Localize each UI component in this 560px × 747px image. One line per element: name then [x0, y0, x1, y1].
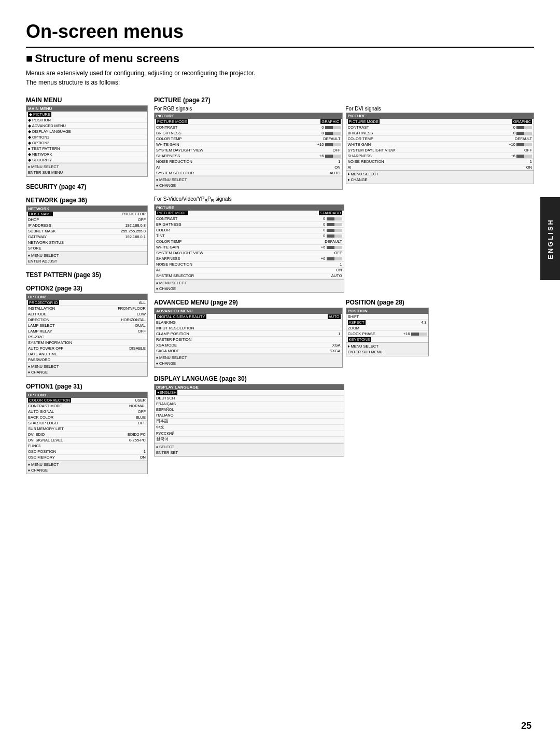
- section-desc: Menus are extensively used for configuri…: [26, 68, 534, 87]
- network-section: NETWORK (page 36) NETWORK HOST NAMEPROJE…: [26, 197, 148, 266]
- test-pattern-label: TEST PATTERN (page 35): [26, 271, 148, 279]
- main-menu-row-option1: ◆ OPTION1: [26, 134, 147, 140]
- option2-row-relay: LAMP RELAYOFF: [26, 328, 147, 334]
- option2-row-sysinfo: SYSTEM INFORMATION: [26, 340, 147, 345]
- network-label: NETWORK (page 36): [26, 197, 148, 204]
- page-title: On-screen menus: [26, 21, 534, 48]
- picture-rgb-footer: ♦ MENU SELECT ♦ CHANGE: [155, 176, 342, 189]
- main-menu-section: MAIN MENU MAIN MENU ◆ PICTURE ◆ POSITION…: [26, 96, 148, 177]
- option2-row-rs232: RS-232C: [26, 334, 147, 340]
- picture-rgb-box: PICTURE PICTURE MODEGRAPHIC CONTRAST0 BR…: [154, 113, 343, 190]
- network-footer: ♦ MENU SELECT ENTER ADJUST: [26, 252, 147, 265]
- picture-dvi-subsection: For DVI signals PICTURE PICTURE MODEGRAP…: [346, 106, 535, 192]
- option1-row-osdpos: OSD POSITION1: [26, 449, 147, 455]
- option2-row-dir: DIRECTIONHORIZONTAL: [26, 317, 147, 323]
- position-footer: ♦ MENU SELECT ENTER SUB MENU: [346, 342, 428, 356]
- option2-label: OPTION2 (page 33): [26, 285, 148, 292]
- option2-row-projid: PROJECTOR IDALL: [26, 300, 147, 306]
- option1-row-dviedid: DVI EDIDEDID2-PC: [26, 432, 147, 438]
- option1-footer: ♦ MENU SELECT ♦ CHANGE: [26, 461, 147, 474]
- section-title: Structure of menu screens: [26, 52, 534, 65]
- position-advanced-row: ADVANCED MENU (page 29) ADVANCED MENU DI…: [154, 299, 534, 370]
- picture-rgb-label: For RGB signals: [154, 106, 343, 112]
- network-row-gateway: GATEWAY192.168.0.1: [26, 234, 147, 240]
- network-row-hostname: HOST NAMEPROJECTOR: [26, 212, 147, 217]
- security-label: SECURITY (page 47): [26, 183, 148, 190]
- picture-dvi-footer: ♦ MENU SELECT ♦ CHANGE: [346, 170, 534, 184]
- picture-rgb-hdr: PICTURE: [155, 113, 342, 119]
- side-tab: ENGLISH: [540, 197, 560, 280]
- option1-row-autosig: AUTO SIGNALOFF: [26, 409, 147, 415]
- network-row-dhcp: DHCPOFF: [26, 217, 147, 223]
- page-number: 25: [521, 721, 531, 731]
- option2-row-lamp: LAMP SELECTDUAL: [26, 323, 147, 328]
- main-menu-row-security: ◆ SECURITY: [26, 157, 147, 163]
- network-box: NETWORK HOST NAMEPROJECTOR DHCPOFF IP AD…: [26, 205, 148, 266]
- option1-row-colorcorr: COLOR CORRECTIONUSER: [26, 398, 147, 404]
- main-menu-box-header: MAIN MENU: [26, 106, 147, 112]
- option2-section: OPTION2 (page 33) OPTION2 PROJECTOR IDAL…: [26, 285, 148, 377]
- option1-box-header: OPTION1: [26, 392, 147, 398]
- advanced-menu-label: ADVANCED MENU (page 29): [154, 299, 343, 306]
- option2-row-date: DATE AND TIME: [26, 351, 147, 357]
- display-lang-footer: ♦ SELECT ENTER SET: [155, 443, 344, 457]
- picture-section: PICTURE (page 27) For RGB signals PICTUR…: [154, 96, 534, 293]
- side-tab-label: ENGLISH: [547, 218, 554, 259]
- main-menu-row-picture: ◆ PICTURE: [26, 112, 147, 117]
- option2-box: OPTION2 PROJECTOR IDALL INSTALLATIONFRON…: [26, 294, 148, 377]
- option1-row-contrast: CONTRAST MODENORMAL: [26, 404, 147, 409]
- option2-footer: ♦ MENU SELECT ♦ CHANGE: [26, 363, 147, 376]
- option1-row-logo: STARTUP LOGOOFF: [26, 421, 147, 426]
- main-menu-row-position: ◆ POSITION: [26, 117, 147, 123]
- option1-section: OPTION1 (page 31) OPTION1 COLOR CORRECTI…: [26, 383, 148, 475]
- position-label: POSITION (page 28): [346, 299, 535, 306]
- display-language-box: DISPLAY LANGUAGE ●ENGLISH DEUTSCH FRANÇA…: [154, 384, 344, 457]
- option1-row-dvisig: DVI SIGNAL LEVEL0-255-PC: [26, 438, 147, 444]
- option1-row-submem: SUB MEMORY LIST: [26, 426, 147, 432]
- position-box: POSITION SHIFT ASPECT4:3 ZOOM CLOCK PHAS…: [346, 308, 429, 356]
- picture-ypbpr-box: PICTURE PICTURE MODESTANDARD CONTRAST0 B…: [154, 204, 344, 293]
- main-menu-label: MAIN MENU: [26, 96, 148, 104]
- main-menu-box: MAIN MENU ◆ PICTURE ◆ POSITION ◆ ADVANCE…: [26, 105, 148, 177]
- picture-ypbpr-subsection: For S-Video/Video/YPBPR signals PICTURE …: [154, 196, 344, 293]
- picture-dvi-label: For DVI signals: [346, 106, 535, 112]
- network-row-subnet: SUBNET MASK255.255.255.0: [26, 229, 147, 234]
- advanced-menu-section: ADVANCED MENU (page 29) ADVANCED MENU DI…: [154, 299, 343, 370]
- picture-ypbpr-footer: ♦ MENU SELECT ♦ CHANGE: [155, 279, 344, 293]
- option1-box: OPTION1 COLOR CORRECTIONUSER CONTRAST MO…: [26, 392, 148, 475]
- desc-line1: Menus are extensively used for configuri…: [26, 68, 534, 78]
- option1-row-func1: FUNC1: [26, 444, 147, 449]
- option2-row-alt: ALTITUDELOW: [26, 311, 147, 317]
- main-menu-row-option2: ◆ OPTION2: [26, 140, 147, 146]
- main-menu-row-display: ◆ DISPLAY LANGUAGE: [26, 129, 147, 134]
- option2-box-header: OPTION2: [26, 294, 147, 300]
- main-menu-row-network: ◆ NETWORK: [26, 151, 147, 157]
- picture-rgb-subsection: For RGB signals PICTURE PICTURE MODEGRAP…: [154, 106, 343, 192]
- display-language-section: DISPLAY LANGUAGE (page 30) DISPLAY LANGU…: [154, 375, 344, 457]
- picture-label: PICTURE (page 27): [154, 96, 211, 104]
- option1-row-osdmem: OSD MEMORYON: [26, 455, 147, 461]
- advanced-menu-box: ADVANCED MENU DIGITAL CINEMA REALITYAUTO…: [154, 308, 343, 368]
- security-section: SECURITY (page 47): [26, 183, 148, 190]
- desc-line2: The menus structure is as follows:: [26, 78, 534, 87]
- network-row-status: NETWORK STATUS: [26, 240, 147, 246]
- network-row-ip: IP ADDRESS192.168.0.8: [26, 223, 147, 229]
- test-pattern-section: TEST PATTERN (page 35): [26, 271, 148, 279]
- main-menu-row-advanced: ◆ ADVANCED MENU: [26, 123, 147, 129]
- position-section: POSITION (page 28) POSITION SHIFT ASPECT…: [346, 299, 535, 370]
- option2-row-install: INSTALLATIONFRONT/FLOOR: [26, 306, 147, 311]
- advanced-footer: ♦ MENU SELECT ♦ CHANGE: [155, 354, 342, 367]
- option2-row-autopwr: AUTO POWER OFFDISABLE: [26, 345, 147, 351]
- main-menu-row-testpattern: ■ TEST PATTERN: [26, 146, 147, 151]
- network-box-header: NETWORK: [26, 206, 147, 212]
- option2-row-pass: PASSWORD: [26, 357, 147, 363]
- picture-dvi-box: PICTURE PICTURE MODEGRAPHIC CONTRAST0 BR…: [346, 113, 535, 184]
- network-row-store: STORE: [26, 246, 147, 252]
- picture-ypbpr-label: For S-Video/Video/YPBPR signals: [154, 196, 344, 203]
- main-menu-footer: ♦ MENU SELECT ENTER SUB MENU: [26, 163, 147, 176]
- option1-row-back: BACK COLORBLUE: [26, 415, 147, 421]
- option1-label: OPTION1 (page 31): [26, 383, 148, 390]
- display-language-label: DISPLAY LANGUAGE (page 30): [154, 375, 344, 382]
